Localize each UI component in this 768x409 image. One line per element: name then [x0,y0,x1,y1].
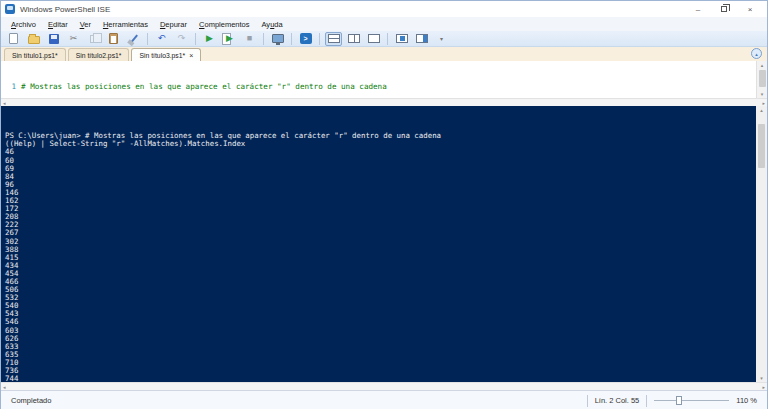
script-vertical-scrollbar[interactable]: ▴ ▾ [756,61,767,98]
show-script-pane-right-button[interactable] [345,32,362,46]
run-selection-button[interactable]: ▶ [221,32,238,46]
close-icon: × [748,5,753,14]
status-text: Completado [11,396,51,405]
stop-icon: ■ [247,34,252,43]
open-button[interactable] [25,32,42,46]
menu-item[interactable]: Ver [74,18,97,31]
console-line: 434 [5,262,756,270]
show-command-addon-button[interactable] [413,32,430,46]
console-horizontal-scrollbar[interactable]: ◂ ▸ [1,382,767,390]
menu-item[interactable]: Complementos [193,18,255,31]
console-vertical-scrollbar[interactable]: ▴ ▾ [756,106,767,382]
status-separator [587,395,588,407]
undo-button[interactable]: ↶ [153,32,170,46]
scroll-down-icon[interactable]: ▾ [760,374,763,382]
scroll-up-icon[interactable]: ▴ [760,106,763,114]
menu-item[interactable]: Depurar [154,18,193,31]
console-line: 532 [5,294,756,302]
restore-button[interactable] [711,2,737,16]
copy-icon [90,35,97,43]
console-pane[interactable]: PS C:\Users\juan> # Mostras las posicion… [1,106,767,382]
collapse-script-pane-button[interactable]: ▴ [751,48,762,59]
toolbar-overflow-button[interactable]: ▾ [433,32,450,46]
console-line: 222 [5,221,756,229]
menu-item[interactable]: Editar [42,18,74,31]
scrollbar-thumb[interactable] [759,70,766,87]
scroll-right-icon[interactable]: ▸ [762,100,765,106]
console-line: 454 [5,270,756,278]
stop-button[interactable]: ■ [241,32,258,46]
clear-console-button[interactable] [125,32,142,46]
start-powershell-button[interactable]: > [297,32,314,46]
scrollbar-thumb[interactable] [758,124,765,168]
console-line: 744 [5,375,756,382]
powershell-ise-window: Windows PowerShell ISE – × Archivo Edita… [0,0,768,409]
scroll-left-icon[interactable]: ◂ [3,384,6,390]
zoom-level: 110 % [736,396,757,405]
menu-item[interactable]: Archivo [5,18,42,31]
tab-sin-titulo2[interactable]: Sin título2.ps1* [68,48,130,61]
paste-button[interactable] [105,32,122,46]
menu-item[interactable]: Ayuda [256,18,289,31]
restore-icon [721,6,727,12]
new-file-button[interactable] [5,32,22,46]
copy-button[interactable] [85,32,102,46]
cursor-position: Lín. 2 Col. 55 [595,396,640,405]
script-pane-top-icon [328,34,340,43]
status-bar: Completado Lín. 2 Col. 55 110 % [1,390,767,409]
console-line: 302 [5,238,756,246]
save-icon [49,34,59,44]
console-line: 60 [5,157,756,165]
undo-icon: ↶ [158,34,166,43]
scroll-left-icon[interactable]: ◂ [3,100,6,106]
menu-item[interactable]: Herramientas [97,18,154,31]
redo-icon: ↷ [178,34,186,43]
show-script-pane-top-button[interactable] [325,32,342,46]
command-addon-icon [416,34,428,43]
show-script-pane-maximized-button[interactable] [365,32,382,46]
console-line: 633 [5,343,756,351]
console-line: 96 [5,181,756,189]
clear-console-icon [130,34,138,43]
run-script-button[interactable]: ▶ [201,32,218,46]
console-line: 543 [5,310,756,318]
scroll-down-icon[interactable]: ▾ [761,90,764,98]
console-line: 626 [5,335,756,343]
script-editor-pane[interactable]: 1 # Mostras las posiciones en las que ap… [1,61,767,106]
zoom-slider[interactable] [654,396,729,405]
console-line: 415 [5,254,756,262]
toolbar-separator [319,33,320,45]
code-area[interactable]: 1 # Mostras las posiciones en las que ap… [1,61,756,98]
toolbar-separator [263,33,264,45]
toolbar-separator [195,33,196,45]
show-command-window-button[interactable] [393,32,410,46]
console-line: 267 [5,229,756,237]
console-line: 635 [5,351,756,359]
close-button[interactable]: × [737,2,763,16]
command-window-icon [396,34,408,43]
minimize-icon: – [696,5,700,14]
title-bar: Windows PowerShell ISE – × [1,1,767,17]
console-line: 69 [5,165,756,173]
window-controls: – × [685,2,763,16]
script-horizontal-scrollbar[interactable]: ◂ ▸ [1,98,767,106]
tab-close-icon[interactable]: × [189,52,193,59]
save-button[interactable] [45,32,62,46]
console-line: 388 [5,246,756,254]
redo-button[interactable]: ↷ [173,32,190,46]
scroll-up-icon[interactable]: ▴ [761,61,764,69]
minimize-button[interactable]: – [685,2,711,16]
console-line: 710 [5,359,756,367]
zoom-slider-thumb[interactable] [676,396,682,405]
scroll-right-icon[interactable]: ▸ [762,384,765,390]
console-line: 146 [5,189,756,197]
tab-sin-titulo1[interactable]: Sin título1.ps1* [4,48,66,61]
script-pane-right-icon [348,34,360,43]
cut-button[interactable]: ✂ [65,32,82,46]
console-line: ((Help) | Select-String "r" -AllMatches)… [5,140,756,148]
tab-sin-titulo3[interactable]: Sin título3.ps1*× [131,48,201,61]
console-output[interactable]: PS C:\Users\juan> # Mostras las posicion… [1,106,756,382]
new-remote-tab-button[interactable] [269,32,286,46]
console-line: 546 [5,318,756,326]
console-line: 162 [5,197,756,205]
